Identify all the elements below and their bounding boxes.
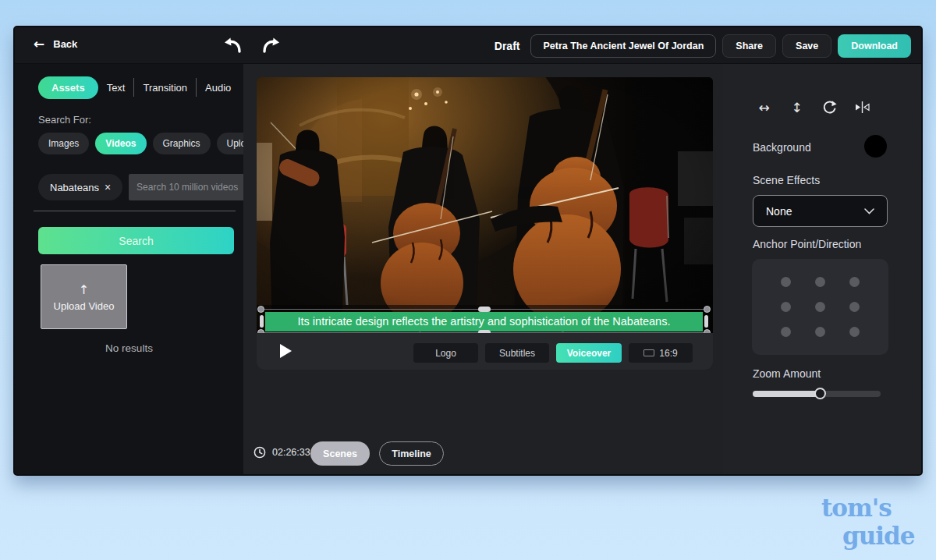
duration-value: 02:26:33: [272, 447, 310, 458]
video-search-input[interactable]: [129, 174, 248, 200]
selection-handle-top-right[interactable]: [704, 306, 711, 313]
slider-thumb[interactable]: [814, 388, 826, 399]
anchor-dot-center[interactable]: [815, 302, 825, 312]
topbar-actions: Draft Petra The Ancient Jewel Of Jordan …: [495, 34, 911, 58]
tab-audio[interactable]: Audio: [197, 82, 239, 94]
anchor-dot-bottom-right[interactable]: [849, 327, 860, 337]
aspect-ratio-icon: [644, 349, 654, 356]
no-results-text: No results: [15, 342, 243, 354]
search-for-label: Search For:: [38, 114, 91, 126]
voiceover-toggle-button[interactable]: Voiceover: [556, 343, 622, 363]
watermark-line1: tom's: [821, 494, 892, 522]
undo-icon: [222, 36, 243, 55]
video-player-panel: Its intricate design reflects the artist…: [257, 77, 713, 370]
upload-label: Upload Video: [54, 300, 115, 312]
redo-button[interactable]: [261, 36, 282, 55]
assets-sidebar: Assets Text Transition Audio Search For:…: [15, 64, 243, 476]
stretch-horizontal-icon[interactable]: ↔: [755, 98, 773, 116]
anchor-dot-top-left[interactable]: [781, 277, 791, 287]
filter-graphics[interactable]: Graphics: [153, 133, 211, 154]
video-preview-canvas[interactable]: Its intricate design reflects the artist…: [257, 77, 713, 333]
stretch-vertical-icon[interactable]: ↕: [788, 98, 806, 116]
watermark-line2: guide: [842, 527, 931, 544]
search-tag-label: Nabateans: [50, 182, 99, 193]
rotate-glyph: [822, 100, 837, 115]
upload-video-dropzone[interactable]: ↑ Upload Video: [41, 264, 127, 329]
top-bar: ← Back Draft Petra The Ancient Jewel Of …: [15, 27, 921, 64]
asset-type-filters: Images Videos Graphics Uploads: [38, 133, 271, 154]
play-button[interactable]: [280, 344, 292, 358]
video-frame-art: [257, 77, 713, 333]
subtitles-toggle-button[interactable]: Subtitles: [485, 343, 549, 363]
back-button[interactable]: ← Back: [34, 37, 77, 51]
sidebar-divider: [34, 211, 236, 211]
redo-icon: [261, 36, 282, 55]
upload-arrow-icon: ↑: [79, 282, 89, 297]
logo-toggle-button[interactable]: Logo: [413, 343, 478, 363]
anchor-dot-bottom-left[interactable]: [781, 327, 791, 337]
anchor-dot-middle-right[interactable]: [849, 302, 860, 312]
sidebar-tabs: Assets Text Transition Audio: [38, 76, 239, 98]
tab-text[interactable]: Text: [98, 82, 134, 94]
aspect-ratio-label: 16:9: [659, 348, 677, 359]
zoom-amount-label: Zoom Amount: [753, 367, 821, 380]
scene-effects-dropdown[interactable]: None: [753, 195, 888, 227]
undo-button[interactable]: [222, 36, 243, 55]
scene-effects-label: Scene Effects: [753, 174, 820, 186]
tab-assets[interactable]: Assets: [38, 76, 98, 99]
download-button[interactable]: Download: [838, 34, 911, 58]
subtitle-caption[interactable]: Its intricate design reflects the artist…: [265, 312, 703, 331]
remove-tag-icon[interactable]: ×: [105, 181, 111, 193]
clock-icon: [254, 446, 266, 459]
anchor-dot-bottom-center[interactable]: [815, 327, 825, 337]
toms-guide-watermark: tom's guide: [821, 499, 931, 545]
anchor-dot-top-right[interactable]: [849, 277, 860, 287]
anchor-point-label: Anchor Point/Direction: [753, 238, 861, 250]
timeline-tab[interactable]: Timeline: [379, 441, 444, 466]
slider-fill: [753, 391, 820, 397]
search-tag-row: Nabateans ×: [38, 174, 248, 200]
rotate-icon[interactable]: [821, 98, 838, 116]
filter-images[interactable]: Images: [38, 133, 89, 154]
search-button[interactable]: Search: [38, 227, 234, 254]
app-window: ← Back Draft Petra The Ancient Jewel Of …: [13, 26, 923, 476]
caption-selection-box[interactable]: Its intricate design reflects the artist…: [261, 309, 707, 333]
flip-glyph: [855, 101, 870, 113]
share-button[interactable]: Share: [722, 34, 776, 58]
tab-transition[interactable]: Transition: [134, 82, 196, 94]
back-label: Back: [53, 38, 77, 50]
filter-videos[interactable]: Videos: [95, 133, 146, 154]
duration-indicator: 02:26:33: [254, 446, 310, 459]
scenes-tab[interactable]: Scenes: [310, 441, 370, 466]
selection-handle-middle-left[interactable]: [260, 315, 264, 328]
save-button[interactable]: Save: [782, 34, 831, 58]
back-arrow-icon: ←: [34, 37, 44, 51]
aspect-ratio-button[interactable]: 16:9: [629, 343, 693, 363]
selection-handle-middle-right[interactable]: [704, 315, 708, 328]
anchor-dot-middle-left[interactable]: [781, 302, 791, 312]
search-tag[interactable]: Nabateans ×: [38, 174, 122, 200]
anchor-point-grid: [752, 259, 888, 355]
selection-handle-top-middle[interactable]: [478, 307, 491, 312]
background-label: Background: [753, 141, 811, 154]
draft-badge: Draft: [495, 40, 520, 52]
chevron-down-icon: [864, 208, 874, 214]
zoom-amount-slider[interactable]: [753, 391, 881, 397]
flip-horizontal-icon[interactable]: [853, 98, 871, 116]
project-title[interactable]: Petra The Ancient Jewel Of Jordan: [530, 34, 716, 58]
player-controls-strip: Logo Subtitles Voiceover 16:9: [257, 333, 713, 370]
background-color-swatch[interactable]: [864, 135, 887, 158]
scene-effects-value: None: [766, 205, 792, 218]
transform-tools: ↔ ↕: [755, 98, 871, 116]
selection-handle-top-left[interactable]: [257, 306, 264, 313]
scene-inspector: ↔ ↕ Background Scene Effects None: [723, 64, 923, 476]
anchor-dot-top-center[interactable]: [815, 277, 825, 287]
